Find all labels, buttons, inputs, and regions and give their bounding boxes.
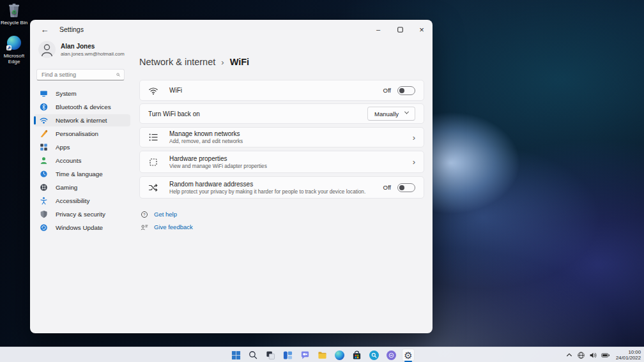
sidebar-item-label: Time & language (56, 170, 103, 177)
desktop-icon-label: Recycle Bin (0, 20, 28, 26)
pinned-app-icon (387, 351, 396, 360)
sidebar-item-network-internet[interactable]: Network & internet (34, 114, 130, 126)
clock-icon (40, 170, 48, 178)
system-icon (40, 89, 48, 98)
chat-icon (300, 351, 310, 360)
apps-icon (40, 143, 48, 151)
sidebar-item-bluetooth-devices[interactable]: Bluetooth & devices (34, 101, 130, 113)
avatar[interactable] (38, 41, 56, 58)
chat-button[interactable] (298, 349, 311, 361)
widgets-button[interactable] (281, 349, 294, 361)
sidebar-item-privacy-security[interactable]: Privacy & security (34, 208, 130, 220)
chevron-right-icon: › (413, 157, 415, 167)
sidebar-item-label: System (56, 90, 77, 97)
sidebar-item-windows-update[interactable]: Windows Update (34, 222, 130, 234)
search-box[interactable] (36, 69, 125, 80)
setting-title: Hardware properties (169, 155, 267, 162)
setting-title: Manage known networks (169, 130, 243, 137)
sidebar-nav: System Bluetooth & devices Network & int… (34, 87, 130, 235)
battery-icon[interactable] (601, 351, 610, 359)
sidebar-item-label: Network & internet (56, 117, 107, 124)
shield-icon (40, 210, 48, 218)
search-app-button[interactable] (367, 349, 380, 361)
shortcut-arrow-icon: ↗ (6, 45, 12, 50)
chip-icon (148, 157, 158, 167)
sidebar-item-label: Windows Update (56, 224, 103, 231)
wifi-toggle[interactable] (397, 86, 415, 95)
sidebar-item-label: Privacy & security (56, 211, 105, 218)
chevron-up-icon[interactable] (565, 351, 573, 359)
desktop-icon-microsoft-edge[interactable]: ↗ Microsoft Edge (0, 36, 28, 64)
settings-window: ← Settings – × Alan Jones alan.jones.wm@… (30, 20, 433, 333)
sidebar-item-label: Accounts (56, 157, 81, 164)
clock[interactable]: 10:00 24/01/2022 (616, 349, 641, 361)
setting-row-manage-known-networks[interactable]: Manage known networks Add, remove, and e… (139, 127, 424, 147)
window-title: Settings (59, 26, 84, 33)
sidebar-item-time-language[interactable]: Time & language (34, 168, 130, 180)
sidebar: Alan Jones alan.jones.wm@hotmail.com Sys… (30, 39, 134, 333)
sidebar-item-label: Apps (56, 144, 70, 151)
system-tray: 10:00 24/01/2022 (565, 347, 641, 362)
search-app-icon (369, 351, 379, 360)
setting-title: Turn WiFi back on (148, 110, 200, 117)
breadcrumb-parent[interactable]: Network & internet (139, 57, 215, 67)
setting-title: Random hardware addresses (169, 181, 365, 188)
page-title: WiFi (230, 57, 249, 67)
setting-title: WiFi (169, 87, 182, 94)
minimize-button[interactable]: – (367, 20, 389, 39)
pinned-app-button[interactable] (385, 349, 397, 361)
accessibility-icon (40, 197, 48, 205)
random-hardware-addresses-toggle[interactable] (397, 183, 415, 192)
sidebar-item-accessibility[interactable]: Accessibility (34, 195, 130, 207)
titlebar: ← Settings – × (30, 20, 433, 39)
settings-taskbar-button[interactable]: ⚙ (402, 349, 415, 361)
taskbar-search-button[interactable] (247, 349, 259, 361)
help-icon: ? (141, 211, 148, 218)
desktop-icon-recycle-bin[interactable]: ♻ Recycle Bin (0, 3, 28, 26)
search-input[interactable] (37, 72, 116, 78)
brush-icon (40, 130, 48, 138)
bluetooth-icon (40, 103, 48, 111)
setting-row-hardware-properties[interactable]: Hardware properties View and manage WiFi… (139, 151, 424, 173)
tray-date: 24/01/2022 (616, 355, 641, 361)
back-button[interactable]: ← (38, 22, 52, 36)
desktop-icon-label: Microsoft Edge (0, 53, 28, 64)
microsoft-store-button[interactable] (350, 349, 363, 361)
search-icon (249, 351, 257, 359)
setting-row-random-hardware-addresses: Random hardware addresses Help protect y… (139, 176, 424, 199)
network-globe-icon[interactable] (577, 351, 585, 359)
volume-icon[interactable] (589, 351, 597, 359)
give-feedback-link[interactable]: Give feedback (141, 223, 193, 231)
sidebar-item-gaming[interactable]: Gaming (34, 181, 130, 193)
edge-button[interactable] (333, 349, 346, 361)
wifi-icon (40, 116, 48, 124)
toggle-state-label: Off (383, 184, 392, 191)
close-button[interactable]: × (411, 20, 433, 39)
toggle-state-label: Off (383, 87, 392, 94)
setting-row-wifi: WiFi Off (139, 80, 424, 101)
gear-icon: ⚙ (404, 351, 412, 360)
chevron-down-icon (404, 110, 409, 114)
xbox-icon (40, 183, 48, 192)
get-help-link[interactable]: ? Get help (141, 210, 193, 218)
feedback-icon (141, 223, 148, 231)
widgets-icon (283, 351, 293, 360)
file-explorer-button[interactable] (316, 349, 328, 361)
user-name: Alan Jones (61, 43, 95, 50)
tray-time: 10:00 (616, 349, 641, 355)
breadcrumb: Network & internet › WiFi (139, 57, 249, 67)
sidebar-item-personalisation[interactable]: Personalisation (34, 128, 130, 140)
sidebar-item-accounts[interactable]: Accounts (34, 155, 130, 167)
maximize-button[interactable] (389, 20, 411, 39)
store-icon (352, 351, 362, 360)
sidebar-item-system[interactable]: System (34, 87, 130, 100)
sidebar-item-apps[interactable]: Apps (34, 141, 130, 153)
task-view-button[interactable] (264, 349, 277, 361)
wifi-icon (148, 86, 158, 96)
sidebar-item-label: Gaming (56, 184, 77, 191)
edge-icon (335, 351, 344, 360)
svg-text:?: ? (143, 213, 146, 216)
turn-wifi-back-on-dropdown[interactable]: Manually (367, 107, 415, 121)
file-explorer-icon (318, 351, 327, 360)
start-button[interactable] (229, 349, 242, 361)
